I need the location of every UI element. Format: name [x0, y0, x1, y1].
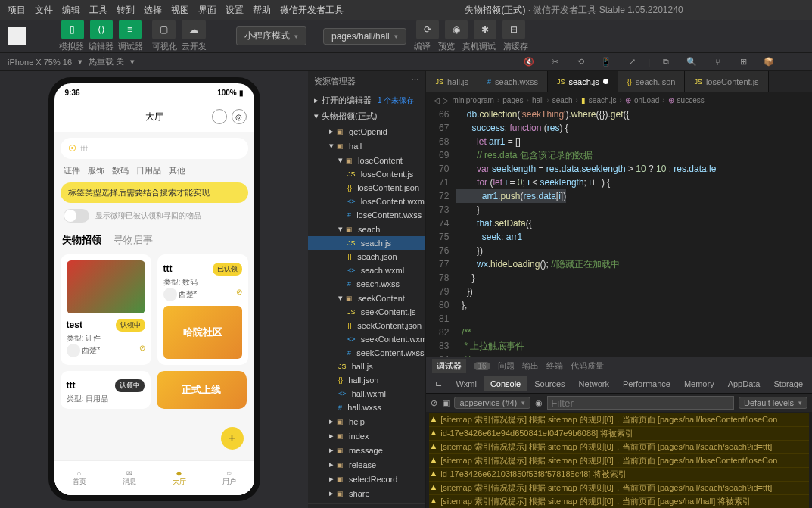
capsule-menu-icon[interactable]: ⋯ — [212, 109, 227, 124]
cut-icon[interactable]: ✂ — [545, 52, 565, 72]
menu-item[interactable]: 帮助 — [253, 4, 271, 17]
menu-item[interactable]: 文件 — [35, 4, 53, 17]
page-select[interactable]: pages/hall/hall▾ — [323, 28, 406, 45]
more-icon[interactable]: ⋯ — [411, 76, 419, 87]
category-item[interactable]: 其他 — [169, 165, 185, 176]
file-tree-item[interactable]: ▾ ▣seach — [308, 222, 425, 236]
tab-msg[interactable]: ✉消息 — [104, 461, 154, 495]
claimed-toggle[interactable] — [64, 209, 89, 223]
remote-debug-button[interactable]: ✱ — [474, 20, 496, 39]
branch-icon[interactable]: ⑂ — [708, 52, 727, 72]
menu-item[interactable]: 选择 — [144, 4, 162, 17]
top-frame-icon[interactable]: ▣ — [442, 398, 450, 408]
file-tree-item[interactable]: #hall.wxss — [308, 400, 425, 414]
file-tree-item[interactable]: #seekContent.wxss — [308, 346, 425, 360]
category-item[interactable]: 日用品 — [136, 165, 161, 176]
context-select[interactable]: appservice (#4) ▾ — [454, 397, 530, 409]
open-editors-section[interactable]: ▸ 打开的编辑器 1 个未保存 — [308, 92, 425, 108]
preview-button[interactable]: ◉ — [445, 20, 468, 39]
file-tree-item[interactable]: ▸ ▣message — [308, 443, 425, 457]
editor-tab[interactable]: JShall.js — [426, 71, 478, 92]
devtool-tab[interactable]: Network — [573, 376, 615, 391]
menu-item[interactable]: 设置 — [226, 4, 244, 17]
file-tree-item[interactable]: ▸ ▣share — [308, 486, 425, 500]
file-tree-item[interactable]: JSloseContent.js — [308, 167, 425, 181]
file-tree-item[interactable]: <>loseContent.wxml — [308, 195, 425, 208]
item-card[interactable]: 正式上线 — [157, 371, 247, 409]
tab-hall[interactable]: ◆大厅 — [154, 461, 204, 495]
expand-icon[interactable]: ⤢ — [622, 52, 642, 72]
menu-item[interactable]: 工具 — [89, 4, 107, 17]
file-tree-item[interactable]: ▾ ▣loseContent — [308, 153, 425, 167]
file-tree-item[interactable]: <>hall.wxml — [308, 387, 425, 400]
devtool-tab[interactable]: Sources — [528, 376, 571, 391]
dock-icon[interactable]: ⊏ — [429, 376, 448, 391]
file-tree-item[interactable]: JShall.js — [308, 360, 425, 373]
tab-debugger[interactable]: 调试器 — [432, 359, 466, 373]
menu-item[interactable]: 界面 — [198, 4, 216, 17]
outline-section[interactable]: ▸ 大纲 — [308, 503, 425, 508]
menu-item[interactable]: 编辑 — [62, 4, 80, 17]
package-icon[interactable]: 📦 — [759, 52, 779, 72]
visual-button[interactable]: ▢ — [152, 20, 176, 39]
file-tree-item[interactable]: {}seekContent.json — [308, 319, 425, 332]
menu-item[interactable]: 项目 — [8, 4, 26, 17]
devtool-tab[interactable]: AppData — [722, 376, 767, 391]
tab-quality[interactable]: 代码质量 — [571, 360, 604, 372]
capsule-close-icon[interactable]: ◎ — [232, 109, 247, 124]
file-tree-item[interactable]: <>seekContent.wxml — [308, 332, 425, 346]
file-tree-item[interactable]: ▾ ▣seekContent — [308, 291, 425, 305]
code-editor[interactable]: 6667686970717273747576777879808182838485… — [426, 108, 812, 357]
devtool-tab[interactable]: Wxml — [450, 376, 483, 391]
tab-seek[interactable]: 寻物启事 — [114, 233, 153, 247]
add-fab[interactable]: + — [221, 427, 244, 450]
copy-icon[interactable]: ⧉ — [656, 52, 676, 72]
cloud-button[interactable]: ☁ — [182, 20, 206, 39]
tab-output[interactable]: 输出 — [522, 360, 539, 372]
menu-item[interactable]: 微信开发者工具 — [280, 4, 344, 17]
rotate-icon[interactable]: ⟲ — [571, 52, 590, 72]
devtool-tab[interactable]: Memory — [678, 376, 720, 391]
device-info[interactable]: iPhone X 75% 16 — [8, 58, 72, 67]
tab-terminal[interactable]: 终端 — [546, 360, 563, 372]
console-log[interactable]: ▲[sitemap 索引情况提示] 根据 sitemap 的规则[0]，当前页面… — [426, 412, 812, 508]
debugger-button[interactable]: ≡ — [119, 20, 142, 39]
project-section[interactable]: ▾ 失物招领(正式) — [308, 108, 425, 124]
menu-item[interactable]: 视图 — [171, 4, 189, 17]
clear-cache-button[interactable]: ⊟ — [502, 20, 525, 39]
file-tree-item[interactable]: #seach.wxss — [308, 277, 425, 291]
file-tree-item[interactable]: ▸ ▣getOpenid — [308, 124, 425, 139]
sitemap-icon[interactable]: ⊞ — [733, 52, 753, 72]
item-card[interactable]: ttt已认领 类型: 数码 西楚* ⊘ 哈院社区 — [157, 254, 248, 365]
filter-input[interactable] — [547, 396, 734, 410]
file-tree-item[interactable]: ▸ ▣release — [308, 457, 425, 472]
phone-icon[interactable]: 📱 — [596, 52, 616, 72]
ext-icon[interactable]: ⋯ — [785, 52, 804, 72]
tab-lost[interactable]: 失物招领 — [62, 233, 101, 247]
avatar[interactable] — [8, 27, 26, 45]
devtool-tab[interactable]: Performance — [617, 376, 677, 391]
file-tree-item[interactable]: JSseekContent.js — [308, 305, 425, 319]
file-tree-item[interactable]: #loseContent.wxss — [308, 208, 425, 222]
compile-button[interactable]: ⟳ — [416, 20, 439, 39]
file-tree-item[interactable]: JSseach.js — [308, 236, 425, 250]
file-tree-item[interactable]: <>seach.wxml — [308, 263, 425, 277]
category-item[interactable]: 证件 — [64, 165, 80, 176]
search-icon[interactable]: 🔍 — [682, 52, 702, 72]
file-tree-item[interactable]: ▸ ▣selectRecord — [308, 472, 425, 486]
tab-home[interactable]: ⌂首页 — [54, 461, 104, 495]
editor-tab[interactable]: JSloseContent.js — [685, 71, 768, 92]
item-card[interactable]: test认领中 类型: 证件 西楚* ⊘ — [61, 254, 151, 365]
simulator-button[interactable]: ▯ — [61, 20, 84, 39]
file-tree-item[interactable]: ▸ ▣index — [308, 429, 425, 443]
mute-icon[interactable]: 🔇 — [519, 52, 539, 72]
tab-problems[interactable]: 问题 — [498, 360, 515, 372]
editor-tab[interactable]: #seach.wxss — [478, 71, 548, 92]
file-tree-item[interactable]: {}seach.json — [308, 250, 425, 263]
eye-icon[interactable]: ◉ — [535, 398, 543, 408]
menu-item[interactable]: 转到 — [117, 4, 135, 17]
editor-tab[interactable]: JSseach.js — [548, 71, 618, 92]
file-tree-item[interactable]: {}hall.json — [308, 373, 425, 387]
breadcrumb[interactable]: ◁▷ miniprogram› pages› hall› seach› ▮sea… — [426, 92, 812, 108]
mode-select[interactable]: 小程序模式▾ — [236, 26, 306, 45]
